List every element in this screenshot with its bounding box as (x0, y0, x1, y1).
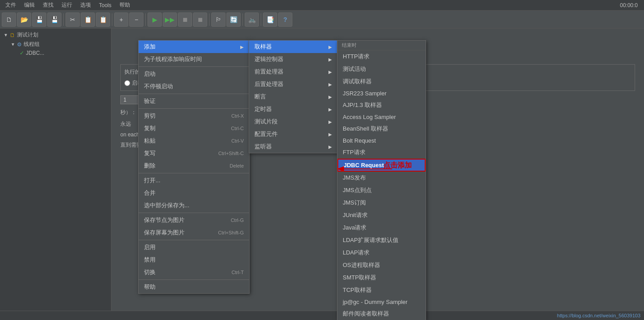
sampler-jsr223-label: JSR223 Sampler (343, 90, 386, 97)
sampler-jms-p2p[interactable]: JMS点到点 (337, 184, 426, 197)
menu-duplicate-shortcut: Ctrl+Shift-C (218, 151, 244, 156)
btn-copy[interactable]: 📋 (81, 12, 95, 27)
menu-open[interactable]: 打开... (139, 174, 249, 187)
menu-toggle[interactable]: 切换 Ctrl-T (139, 266, 249, 279)
sampler-os-label: OS进程取样器 (343, 261, 380, 269)
btn-new[interactable]: 🗋 (2, 12, 16, 27)
sampler-tcp[interactable]: TCP取样器 (337, 284, 426, 296)
sep-1 (139, 66, 249, 67)
btn-open[interactable]: 📂 (17, 12, 31, 27)
thread-group-icon: ⚙ (17, 41, 22, 48)
sampler-ldap[interactable]: LDAP请求 (337, 246, 426, 259)
menu-assertion-label: 断言 (254, 93, 266, 101)
sampler-http[interactable]: HTTP请求 (337, 50, 426, 63)
sep-2 (139, 94, 249, 94)
menu-add-arrow: ▶ (240, 45, 244, 49)
sampler-bolt[interactable]: Bolt Request (337, 135, 426, 146)
menu-sampler[interactable]: 取样器 ▶ (249, 41, 337, 53)
menu-save-as-image[interactable]: 保存节点为图片 Ctrl-G (139, 214, 249, 226)
sampler-ftp[interactable]: FTP请求 (337, 146, 426, 159)
menu-save-selection-label: 选中部分保存为... (144, 201, 189, 209)
btn-saveas[interactable]: 💾 (47, 12, 62, 27)
menu-start-no-pause[interactable]: 不停顿启动 (139, 80, 249, 93)
menu-paste[interactable]: 粘贴 Ctrl-V (139, 135, 249, 147)
bottom-url: https://blog.csdn.net/weixin_56039103 (557, 313, 640, 318)
btn-reset[interactable]: 🔄 (226, 12, 241, 27)
btn-start[interactable]: ▶ (148, 12, 162, 27)
left-panel: ▼ 🗋 测试计划 ▼ ⚙ 线程组 ✓ JDBC... (0, 29, 111, 320)
sampler-jms-sub[interactable]: JMS订阅 (337, 197, 426, 209)
btn-remote[interactable]: 🚲 (245, 12, 259, 27)
tree-root[interactable]: ▼ 🗋 测试计划 (2, 30, 109, 40)
btn-remove[interactable]: − (129, 12, 144, 27)
secondary-context-menu[interactable]: 取样器 ▶ 逻辑控制器 ▶ 前置处理器 ▶ 后置处理器 ▶ 断言 ▶ (249, 40, 338, 153)
menu-file[interactable]: 文件 (2, 0, 20, 10)
menu-edit[interactable]: 编辑 (21, 0, 38, 10)
menu-enable-label: 启用 (144, 243, 156, 251)
menu-merge[interactable]: 合并 (139, 187, 249, 199)
sampler-jpgc[interactable]: jp@gc - Dummy Sampler (337, 296, 426, 308)
menu-listener[interactable]: 监听器 ▶ (249, 140, 337, 153)
sampler-debug[interactable]: 调试取样器 (337, 75, 426, 88)
btn-paste[interactable]: 📋 (96, 12, 110, 27)
menu-post-processor[interactable]: 后置处理器 ▶ (249, 78, 337, 90)
menu-config[interactable]: 配置元件 ▶ (249, 128, 337, 140)
menu-help2[interactable]: 帮助 (139, 281, 249, 293)
sampler-java[interactable]: Java请求 (337, 222, 426, 234)
menu-timer[interactable]: 定时器 ▶ (249, 103, 337, 115)
sampler-smtp[interactable]: SMTP取样器 (337, 271, 426, 284)
menu-delete[interactable]: 删除 Delete (139, 160, 249, 172)
btn-clear[interactable]: 🏳 (211, 12, 226, 27)
sampler-jdbc[interactable]: JDBC Request (337, 159, 426, 172)
menu-add[interactable]: 添加 ▶ (139, 41, 249, 53)
sampler-submenu[interactable]: 结束时 HTTP请求 测试活动 调试取样器 JSR223 Sampler AJP… (337, 40, 426, 320)
sampler-test-action[interactable]: 测试活动 (337, 63, 426, 75)
btn-add[interactable]: + (114, 12, 128, 27)
btn-help[interactable]: ? (278, 12, 292, 27)
menu-help[interactable]: 帮助 (116, 0, 134, 10)
menu-find[interactable]: 查找 (39, 0, 57, 10)
sampler-os[interactable]: OS进程取样器 (337, 259, 426, 271)
menu-run[interactable]: 运行 (58, 0, 76, 10)
menu-duplicate[interactable]: 复写 Ctrl+Shift-C (139, 147, 249, 160)
menu-start[interactable]: 启动 (139, 68, 249, 80)
tree-thread-group[interactable]: ▼ ⚙ 线程组 (9, 40, 109, 49)
menu-add-response-time[interactable]: 为子线程添加响应时间 (139, 53, 249, 66)
menu-test-fragment[interactable]: 测试片段 ▶ (249, 115, 337, 128)
sep1 (63, 13, 64, 26)
primary-context-menu[interactable]: 添加 ▶ 为子线程添加响应时间 启动 不停顿启动 验证 (138, 40, 250, 294)
btn-cut[interactable]: ✂ (66, 12, 80, 27)
sampler-access-log[interactable]: Access Log Sampler (337, 111, 426, 123)
menu-validate[interactable]: 验证 (139, 95, 249, 107)
menu-logic-arrow: ▶ (328, 57, 332, 62)
btn-templates[interactable]: 📑 (263, 12, 277, 27)
sampler-junit[interactable]: JUnit请求 (337, 209, 426, 222)
menu-options[interactable]: 选项 (77, 0, 94, 10)
sampler-jms-p2p-label: JMS点到点 (343, 186, 372, 194)
btn-start-nodebug[interactable]: ▶▶ (163, 12, 177, 27)
sampler-jms-pub[interactable]: JMS发布 (337, 172, 426, 184)
menu-enable[interactable]: 启用 (139, 241, 249, 254)
menu-paste-label: 粘贴 (144, 137, 156, 145)
sampler-ajp[interactable]: AJP/1.3 取样器 (337, 99, 426, 111)
menu-assertion[interactable]: 断言 ▶ (249, 90, 337, 103)
sep-4 (139, 173, 249, 173)
btn-stop[interactable]: ⏹ (178, 12, 192, 27)
sampler-mail[interactable]: 邮件阅读者取样器 (337, 308, 426, 320)
btn-stop2[interactable]: ⏹ (193, 12, 207, 27)
menu-logic-controller[interactable]: 逻辑控制器 ▶ (249, 53, 337, 66)
sep-3 (139, 108, 249, 109)
sampler-ldap-ext[interactable]: LDAP扩展请求默认值 (337, 234, 426, 246)
sampler-debug-label: 调试取样器 (343, 78, 372, 86)
menu-tools[interactable]: Tools (95, 1, 115, 9)
menu-pre-processor[interactable]: 前置处理器 ▶ (249, 66, 337, 78)
sampler-beanshell[interactable]: BeanShell 取样器 (337, 123, 426, 135)
menu-copy[interactable]: 复制 Ctrl-C (139, 122, 249, 135)
menu-cut[interactable]: 剪切 Ctrl-X (139, 110, 249, 122)
sampler-jsr223[interactable]: JSR223 Sampler (337, 88, 426, 99)
tree-jdbc[interactable]: ✓ JDBC... (18, 49, 109, 57)
menu-disable[interactable]: 禁用 (139, 254, 249, 266)
menu-save-screen[interactable]: 保存屏幕为图片 Ctrl+Shift-G (139, 226, 249, 239)
menu-save-selection[interactable]: 选中部分保存为... (139, 199, 249, 212)
btn-save[interactable]: 💾 (32, 12, 46, 27)
